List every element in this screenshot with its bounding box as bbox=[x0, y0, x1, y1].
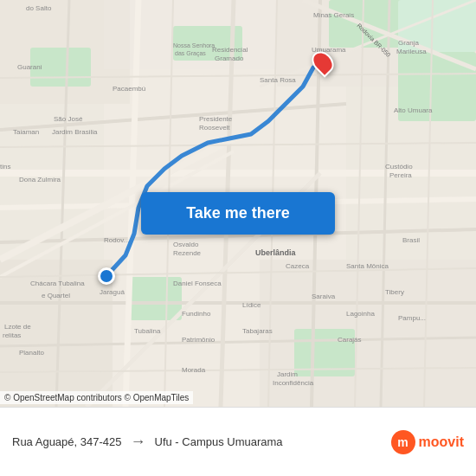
svg-text:Minas Gerais: Minas Gerais bbox=[313, 11, 354, 19]
svg-text:e Quartel: e Quartel bbox=[42, 292, 70, 299]
svg-text:Jardim: Jardim bbox=[277, 370, 298, 378]
svg-text:relitas: relitas bbox=[3, 331, 21, 339]
svg-text:Saraiva: Saraiva bbox=[312, 293, 336, 300]
map-container: Guarani Taiaman Dona Zulmira Chácara Tub… bbox=[0, 0, 476, 407]
svg-text:Lzote de: Lzote de bbox=[4, 323, 31, 331]
moovit-icon: m bbox=[391, 430, 415, 454]
svg-text:Morada: Morada bbox=[182, 366, 206, 374]
svg-text:tins: tins bbox=[0, 163, 10, 170]
svg-text:Lídice: Lídice bbox=[242, 301, 261, 309]
svg-text:Chácara Tubalina: Chácara Tubalina bbox=[30, 280, 85, 287]
svg-text:Pacaembú: Pacaembú bbox=[113, 85, 145, 93]
svg-text:Inconfidência: Inconfidência bbox=[273, 379, 314, 387]
route-to: Ufu - Campus Umuarama bbox=[155, 435, 283, 448]
svg-text:Residencial: Residencial bbox=[212, 46, 248, 54]
arrow-icon: → bbox=[131, 433, 146, 451]
moovit-text: moovit bbox=[419, 434, 464, 450]
bottom-bar: Rua Aguapé, 347-425 → Ufu - Campus Umuar… bbox=[0, 407, 476, 476]
svg-text:Taiaman: Taiaman bbox=[13, 128, 39, 136]
svg-text:Dona Zulmira: Dona Zulmira bbox=[19, 176, 61, 183]
svg-text:Pampu...: Pampu... bbox=[398, 314, 426, 322]
svg-text:Patrimônio: Patrimônio bbox=[182, 336, 215, 344]
svg-text:Osvaldo: Osvaldo bbox=[173, 241, 199, 248]
svg-text:do Salto: do Salto bbox=[26, 4, 52, 12]
svg-text:Pereira: Pereira bbox=[389, 171, 412, 179]
route-from: Rua Aguapé, 347-425 bbox=[12, 435, 122, 448]
svg-text:Santa Rosa: Santa Rosa bbox=[260, 76, 296, 84]
origin-marker bbox=[98, 267, 115, 285]
destination-marker bbox=[313, 50, 332, 74]
svg-text:Cazeca: Cazeca bbox=[286, 262, 310, 270]
svg-text:Jaraguá: Jaraguá bbox=[100, 288, 125, 296]
svg-text:Uberlândia: Uberlândia bbox=[255, 248, 297, 257]
osm-attribution: © OpenStreetMap contributors © OpenMapTi… bbox=[0, 391, 193, 404]
svg-text:Custódio: Custódio bbox=[385, 163, 413, 170]
svg-text:São José: São José bbox=[54, 115, 83, 123]
svg-text:Lagoinha: Lagoinha bbox=[346, 310, 375, 318]
svg-text:das Graças: das Graças bbox=[175, 50, 206, 57]
svg-text:Carajás: Carajás bbox=[338, 336, 362, 344]
svg-text:Santa Mônica: Santa Mônica bbox=[346, 262, 389, 270]
svg-text:Brasil: Brasil bbox=[402, 236, 420, 244]
svg-text:Granja: Granja bbox=[398, 39, 420, 47]
moovit-logo: m moovit bbox=[391, 430, 464, 454]
svg-text:Alto Umuara: Alto Umuara bbox=[394, 106, 433, 114]
svg-text:Tibery: Tibery bbox=[385, 288, 404, 296]
svg-text:Tubalina: Tubalina bbox=[134, 327, 161, 335]
svg-text:Rezende: Rezende bbox=[173, 249, 202, 257]
svg-text:Guarani: Guarani bbox=[17, 63, 42, 71]
svg-text:Fundinho: Fundinho bbox=[182, 310, 211, 318]
svg-text:Marileusa: Marileusa bbox=[396, 48, 427, 55]
svg-text:Tabajaras: Tabajaras bbox=[242, 327, 273, 335]
route-info: Rua Aguapé, 347-425 → Ufu - Campus Umuar… bbox=[12, 433, 391, 451]
svg-text:Rodov...: Rodov... bbox=[104, 236, 129, 244]
take-me-there-button[interactable]: Take me there bbox=[141, 192, 335, 235]
svg-text:Roosevelt: Roosevelt bbox=[199, 124, 230, 132]
svg-text:Daniel Fonseca: Daniel Fonseca bbox=[173, 280, 222, 287]
svg-text:Presidente: Presidente bbox=[199, 115, 233, 123]
svg-text:Nossa Senhora: Nossa Senhora bbox=[173, 42, 215, 48]
svg-text:Gramado: Gramado bbox=[215, 55, 244, 62]
svg-text:Planalto: Planalto bbox=[19, 349, 44, 357]
svg-text:Jardim Brasilia: Jardim Brasilia bbox=[52, 128, 98, 136]
